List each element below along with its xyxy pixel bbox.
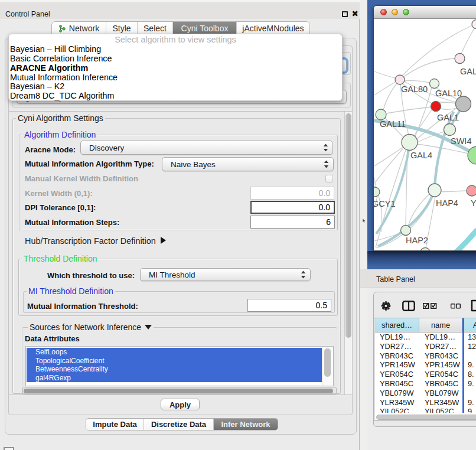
aracne-mode-combobox[interactable]: Discovery	[80, 141, 333, 155]
list-vertical-scrollbar[interactable]	[322, 347, 332, 385]
table-row[interactable]: YBR045CYBR045C9.	[374, 379, 476, 389]
popup-item-basic-correlation-inference[interactable]: Basic Correlation Inference	[9, 54, 342, 64]
popup-item-bayesian-k2[interactable]: Bayesian – K2	[9, 82, 342, 92]
tab-jactivemnodules[interactable]: jActiveMNodules	[237, 22, 309, 35]
mouse-cursor	[362, 218, 366, 223]
list-hscrollbar-thumb[interactable]	[24, 389, 333, 393]
column-selection-bar	[462, 318, 464, 413]
network-node-HAP4[interactable]	[428, 184, 441, 197]
settings-scrollbar-thumb[interactable]	[345, 113, 351, 338]
mi-type-combobox[interactable]: Naive Bayes	[162, 157, 334, 171]
column-header-shared[interactable]: shared…	[375, 318, 419, 332]
tab-select[interactable]: Select	[138, 22, 173, 35]
table-rows: YDL19…YDL19…13YDR27…YDR27…12YBR043CYBR04…	[374, 332, 476, 413]
network-node-label: GAL4	[410, 151, 432, 160]
tab-network[interactable]: Network	[52, 22, 106, 35]
table-row[interactable]: YBR043CYBR043C	[374, 351, 476, 361]
list-item-topologicalcoefficient[interactable]: TopologicalCoefficient	[27, 357, 322, 366]
list-item-gal4rgexp[interactable]: gal4RGexp	[27, 374, 322, 383]
segment-discretize-data[interactable]: Discretize Data	[144, 419, 214, 430]
data-attributes-list[interactable]: SelfLoopsTopologicalCoefficientBetweenne…	[25, 346, 334, 386]
list-item-betweennesscentrality[interactable]: BetweennessCentrality	[27, 365, 322, 374]
which-threshold-combobox[interactable]: MI Threshold	[140, 268, 311, 281]
table-row[interactable]: YLR345WYLR345W9.	[374, 398, 476, 407]
kernel-width-field[interactable]: 0.0	[250, 187, 334, 200]
network-node-GAL11[interactable]	[376, 109, 386, 120]
gear-icon[interactable]	[381, 301, 391, 311]
popup-item-bayesian-hill-climbing[interactable]: Bayesian – Hill Climbing	[9, 45, 342, 54]
table-cell: YIL052C	[380, 407, 409, 413]
minimized-panel-icon[interactable]	[4, 447, 14, 450]
node-table[interactable]: shared…nameAverag… YDL19…YDL19…13YDR27…Y…	[374, 318, 476, 420]
network-node-GAL1[interactable]	[431, 102, 441, 112]
table-hscroll-zone[interactable]	[374, 413, 476, 420]
network-edge-highlighted	[376, 150, 409, 234]
mi-threshold-field[interactable]: 0.5	[247, 299, 331, 312]
algorithm-definition-title: Algorithm Definition	[22, 131, 97, 139]
network-node-top-partial[interactable]	[472, 20, 476, 29]
network-node-GAL2[interactable]	[455, 54, 465, 64]
popup-item-aracne-algorithm[interactable]: ARACNE Algorithm	[9, 64, 342, 73]
network-node-GCY1[interactable]	[374, 187, 380, 197]
table-row[interactable]: YDR27…YDR27…12	[374, 342, 476, 351]
table-row[interactable]: YIL052CYIL052C9	[374, 407, 476, 413]
network-view-window[interactable]: GAL2GAL80GAL10GAL1GAL11SWI4GAL4GCY1HAP4Y…	[373, 5, 476, 251]
network-node-HAP2[interactable]	[401, 226, 411, 236]
network-node-bottom-partial[interactable]	[420, 248, 431, 252]
zoom-traffic-light[interactable]	[403, 9, 409, 15]
table-cell: YLR345W	[425, 398, 459, 407]
table-hscrollbar-thumb[interactable]	[376, 415, 476, 420]
close-traffic-light[interactable]	[380, 9, 387, 15]
table-row[interactable]: YBL079WYBL079W	[374, 389, 476, 398]
network-edge-highlighted	[455, 230, 476, 251]
table-cell: 9.	[468, 360, 474, 370]
network-node-GAL80[interactable]	[395, 75, 405, 84]
network-window-titlebar[interactable]	[374, 6, 476, 19]
collapse-arrow-icon[interactable]	[145, 325, 152, 330]
segment-impute-data[interactable]: Impute Data	[86, 419, 144, 430]
table-panel-title: Table Panel	[376, 275, 415, 283]
popup-item-mutual-information-inference[interactable]: Mutual Information Inference	[9, 73, 342, 83]
network-canvas[interactable]: GAL2GAL80GAL10GAL1GAL11SWI4GAL4GCY1HAP4Y…	[374, 19, 476, 251]
network-node-SWI4[interactable]	[444, 124, 456, 136]
tab-cyni-toolbox[interactable]: Cyni Toolbox	[173, 22, 237, 35]
hub-definition-label[interactable]: Hub/Transcription Factor Definition	[25, 236, 156, 246]
algorithm-dropdown-popup: Select algorithm to view settingsBayesia…	[8, 34, 343, 101]
column-header-name[interactable]: name	[419, 318, 462, 332]
column-header-averag[interactable]: Averag…	[464, 318, 476, 332]
network-node-gray-node[interactable]	[456, 96, 471, 112]
segment-infer-network[interactable]: Infer Network	[214, 419, 278, 430]
kernel-width-label: Kernel Width (0,1):	[25, 189, 93, 198]
table-row[interactable]: YPR145WYPR145W9.	[374, 360, 476, 370]
network-edge	[404, 80, 430, 83]
table-cell: YDR27…	[425, 342, 457, 351]
control-panel-titlebar[interactable]: Control Panel ✖	[0, 3, 360, 19]
list-item-selfloops[interactable]: SelfLoops	[27, 348, 322, 357]
minimize-traffic-light[interactable]	[392, 9, 398, 15]
manual-kernel-checkbox[interactable]	[325, 175, 333, 182]
table-row[interactable]: YER054CYER054C8.	[374, 370, 476, 379]
dpi-tolerance-field[interactable]: 0.0	[250, 201, 335, 214]
apply-button[interactable]: Apply	[161, 399, 200, 410]
tab-style[interactable]: Style	[106, 22, 138, 35]
table-cell: YPR145W	[425, 360, 460, 370]
columns-icon[interactable]	[402, 301, 415, 311]
popup-item-dream8-dc-tdc-algorithm[interactable]: Dream8 DC_TDC Algorithm	[9, 92, 342, 101]
table-row[interactable]: YDL19…YDL19…13	[374, 332, 476, 342]
network-node-GAL10[interactable]	[430, 79, 439, 89]
file-icon[interactable]	[471, 299, 476, 312]
table-cell: YBL079W	[380, 389, 414, 398]
network-edge-highlighted	[378, 112, 454, 246]
float-window-icon[interactable]	[342, 11, 348, 17]
unchecked-boxes-icon[interactable]	[451, 304, 461, 309]
network-node-GAL4[interactable]	[402, 135, 418, 151]
list-scrollbar-thumb[interactable]	[324, 348, 331, 377]
table-cell: YLR345W	[380, 398, 414, 407]
split-divider[interactable]	[360, 0, 367, 450]
checked-boxes-icon[interactable]	[423, 303, 438, 309]
network-tab-icon	[58, 25, 66, 32]
expand-arrow-icon[interactable]	[161, 237, 166, 244]
close-icon[interactable]: ✖	[351, 8, 359, 19]
mi-steps-field[interactable]: 6	[250, 216, 335, 229]
network-node-salmon-node[interactable]	[467, 185, 476, 196]
